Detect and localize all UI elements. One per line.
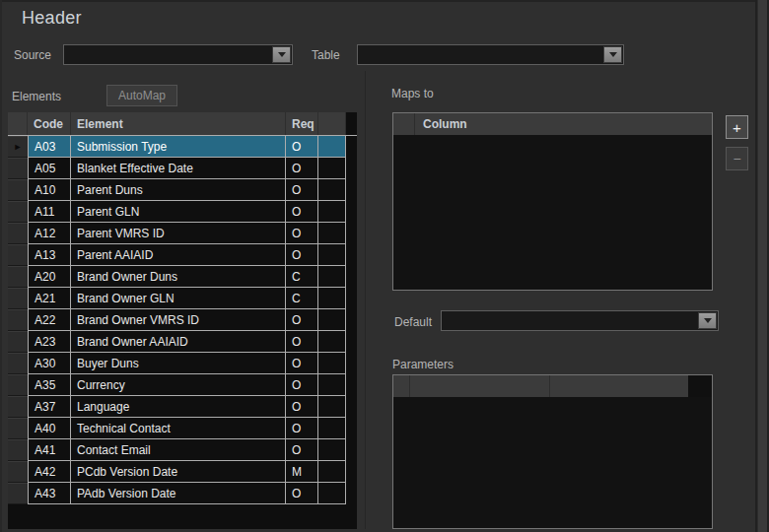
table-dropdown[interactable]: [357, 44, 624, 65]
parameters-column-header-2[interactable]: [550, 375, 688, 397]
cell-element[interactable]: Contact Email: [71, 439, 286, 461]
row-selector[interactable]: [8, 309, 28, 331]
cell-blank[interactable]: [318, 331, 346, 353]
cell-blank[interactable]: [318, 353, 346, 374]
cell-element[interactable]: Submission Type: [71, 136, 286, 158]
cell-blank[interactable]: [318, 288, 346, 309]
table-row[interactable]: A21Brand Owner GLNC: [8, 288, 357, 309]
cell-req[interactable]: O: [286, 136, 318, 158]
table-row[interactable]: A40Technical ContactO: [8, 418, 357, 439]
cell-req[interactable]: O: [286, 244, 318, 266]
cell-element[interactable]: Buyer Duns: [71, 353, 286, 374]
row-selector[interactable]: [8, 266, 28, 288]
cell-code[interactable]: A11: [28, 201, 71, 223]
table-row[interactable]: ►A03Submission TypeO: [8, 136, 357, 158]
row-selector[interactable]: [8, 179, 28, 201]
selected-row-marker[interactable]: ►: [8, 136, 28, 158]
cell-req[interactable]: O: [286, 374, 318, 396]
table-row[interactable]: A43PAdb Version DateO: [8, 483, 357, 504]
cell-code[interactable]: A30: [28, 353, 71, 374]
cell-req[interactable]: O: [286, 201, 318, 223]
row-selector[interactable]: [8, 483, 28, 504]
cell-element[interactable]: Brand Owner GLN: [71, 288, 286, 309]
row-selector[interactable]: [8, 461, 28, 483]
add-mapping-button[interactable]: +: [726, 115, 748, 139]
cell-blank[interactable]: [318, 266, 346, 288]
table-row[interactable]: A35CurrencyO: [8, 374, 357, 396]
maps-to-grid-body[interactable]: [393, 135, 712, 290]
cell-blank[interactable]: [318, 179, 346, 201]
row-selector[interactable]: [8, 353, 28, 374]
column-header-column[interactable]: Column: [415, 113, 712, 135]
cell-blank[interactable]: [318, 309, 346, 331]
cell-element[interactable]: Blanket Effective Date: [71, 158, 286, 179]
table-row[interactable]: A11Parent GLNO: [8, 201, 357, 223]
cell-req[interactable]: O: [286, 331, 318, 353]
default-dropdown[interactable]: [441, 310, 719, 331]
source-dropdown[interactable]: [63, 44, 293, 65]
table-row[interactable]: A22Brand Owner VMRS IDO: [8, 309, 357, 331]
column-header-element[interactable]: Element: [71, 112, 286, 135]
row-selector[interactable]: [8, 201, 28, 223]
automap-button[interactable]: AutoMap: [106, 85, 177, 106]
cell-req[interactable]: O: [286, 439, 318, 461]
cell-req[interactable]: O: [286, 179, 318, 201]
cell-req[interactable]: O: [286, 483, 318, 504]
column-header-req[interactable]: Req: [286, 112, 318, 135]
table-row[interactable]: A13Parent AAIAIDO: [8, 244, 357, 266]
cell-code[interactable]: A40: [28, 418, 71, 439]
cell-element[interactable]: Technical Contact: [71, 418, 286, 439]
cell-blank[interactable]: [318, 461, 346, 483]
cell-element[interactable]: Parent Duns: [71, 179, 286, 201]
cell-code[interactable]: A03: [28, 136, 71, 158]
cell-code[interactable]: A21: [28, 288, 71, 309]
cell-req[interactable]: C: [286, 288, 318, 309]
table-row[interactable]: A23Brand Owner AAIAIDO: [8, 331, 357, 353]
row-selector[interactable]: [8, 374, 28, 396]
cell-code[interactable]: A10: [28, 179, 71, 201]
row-selector[interactable]: [8, 158, 28, 179]
row-selector[interactable]: [8, 223, 28, 244]
table-row[interactable]: A41Contact EmailO: [8, 439, 357, 461]
cell-code[interactable]: A05: [28, 158, 71, 179]
cell-req[interactable]: O: [286, 158, 318, 179]
table-row[interactable]: A42PCdb Version DateM: [8, 461, 357, 483]
cell-element[interactable]: Brand Owner AAIAID: [71, 331, 286, 353]
table-row[interactable]: A37LanguageO: [8, 396, 357, 418]
cell-code[interactable]: A43: [28, 483, 71, 504]
cell-element[interactable]: PCdb Version Date: [71, 461, 286, 483]
scrollbar-track[interactable]: [755, 0, 769, 532]
cell-code[interactable]: A22: [28, 309, 71, 331]
cell-code[interactable]: A13: [28, 244, 71, 266]
table-dropdown-button[interactable]: [603, 46, 622, 63]
cell-blank[interactable]: [318, 483, 346, 504]
column-header-code[interactable]: Code: [28, 112, 71, 135]
row-selector[interactable]: [8, 439, 28, 461]
cell-blank[interactable]: [318, 418, 346, 439]
row-selector[interactable]: [8, 288, 28, 309]
cell-element[interactable]: Brand Owner Duns: [71, 266, 286, 288]
cell-code[interactable]: A35: [28, 374, 71, 396]
row-selector[interactable]: [8, 396, 28, 418]
cell-element[interactable]: Currency: [71, 374, 286, 396]
cell-blank[interactable]: [318, 158, 346, 179]
cell-element[interactable]: Parent AAIAID: [71, 244, 286, 266]
cell-blank[interactable]: [318, 374, 346, 396]
table-row[interactable]: A30Buyer DunsO: [8, 353, 357, 374]
cell-code[interactable]: A41: [28, 439, 71, 461]
cell-req[interactable]: M: [286, 461, 318, 483]
cell-blank[interactable]: [318, 136, 346, 158]
cell-blank[interactable]: [318, 223, 346, 244]
source-dropdown-button[interactable]: [272, 46, 291, 63]
cell-blank[interactable]: [318, 244, 346, 266]
cell-code[interactable]: A20: [28, 266, 71, 288]
cell-blank[interactable]: [318, 439, 346, 461]
cell-element[interactable]: Language: [71, 396, 286, 418]
cell-element[interactable]: Parent VMRS ID: [71, 223, 286, 244]
cell-blank[interactable]: [318, 201, 346, 223]
cell-blank[interactable]: [318, 396, 346, 418]
table-row[interactable]: A20Brand Owner DunsC: [8, 266, 357, 288]
cell-req[interactable]: C: [286, 266, 318, 288]
remove-mapping-button[interactable]: −: [726, 147, 748, 170]
cell-element[interactable]: Parent GLN: [71, 201, 286, 223]
